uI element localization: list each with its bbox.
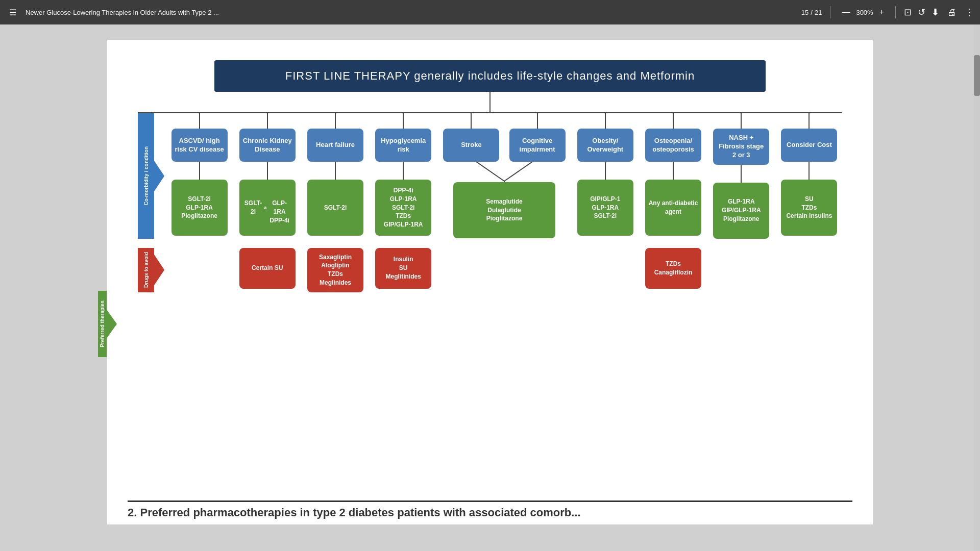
- osteopenia-therapy-box: Any anti-diabetic agent: [645, 180, 701, 236]
- hf-v-top: [335, 113, 336, 129]
- avoid-nash-empty: [708, 248, 774, 292]
- col-obesity: Obesity/ Overweight GIP/GLP-1GLP-1RASGLT…: [572, 113, 638, 239]
- avoid-section: Drugs to avoid Certain SU SaxagliptinAlo…: [138, 248, 842, 292]
- heart-failure-condition-box: Heart failure: [307, 129, 363, 162]
- stroke-condition-box: Stroke: [443, 129, 499, 162]
- col-osteopenia: Osteopenia/ osteoporosis Any anti-diabet…: [640, 113, 706, 239]
- obesity-v-mid: [605, 162, 606, 180]
- avoid-hypo-box: InsulinSUMeglitinides: [375, 248, 431, 289]
- osteo-v-mid: [673, 162, 674, 180]
- heart-failure-therapy-box: SGLT-2i: [307, 180, 363, 236]
- svg-line-0: [476, 162, 504, 181]
- avoid-ckd-col: Certain SU: [234, 248, 300, 292]
- cognitive-sub-col: Cognitive impairment: [504, 113, 570, 162]
- cognitive-condition-box: Cognitive impairment: [509, 129, 566, 162]
- stroke-cognitive-top: Stroke Cognitive impairment: [438, 113, 570, 162]
- preferred-label-block: Preferred therapies: [98, 291, 117, 357]
- hf-v-mid: [335, 162, 336, 180]
- nash-v-mid: [741, 165, 742, 183]
- fit-page-button[interactable]: ⊡: [904, 7, 912, 18]
- comorbidity-arrow: [154, 161, 164, 191]
- ckd-v-mid: [267, 162, 268, 180]
- avoid-grid: Certain SU SaxagliptinAlogliptinTZDsMegl…: [166, 248, 842, 292]
- scrollbar-thumb[interactable]: [974, 55, 980, 96]
- preferred-label-bg: Preferred therapies: [98, 291, 107, 357]
- obesity-v-top: [605, 113, 606, 129]
- zoom-in-button[interactable]: +: [876, 7, 887, 18]
- comorbidity-label-block: Co-morbidity / condition: [138, 113, 164, 239]
- ascvd-v-mid: [199, 162, 200, 180]
- comorbidity-label-text: Co-morbidity / condition: [143, 146, 149, 206]
- avoid-cost-empty: [776, 248, 842, 292]
- hypoglycemia-condition-box: Hypoglycemia risk: [375, 129, 431, 162]
- nash-condition-box: NASH + Fibrosis stage 2 or 3: [713, 129, 769, 165]
- stroke-cognitive-merge-svg: [448, 162, 560, 182]
- page-navigation: 15 / 21: [801, 9, 822, 16]
- ascvd-v-top: [199, 113, 200, 129]
- hypo-v-top: [403, 113, 404, 129]
- zoom-out-button[interactable]: —: [839, 7, 853, 18]
- svg-line-1: [504, 162, 532, 181]
- page-separator: /: [811, 9, 813, 16]
- rotate-button[interactable]: ↺: [918, 7, 925, 18]
- col-heart-failure: Heart failure SGLT-2i: [302, 113, 368, 239]
- col-ascvd: ASCVD/ high risk CV disease SGLT-2iGLP-1…: [166, 113, 232, 239]
- avoid-hf-box: SaxagliptinAlogliptinTZDsMeglinides: [307, 248, 363, 292]
- zoom-controls: — 300% +: [839, 7, 887, 18]
- page-current: 15: [801, 9, 808, 16]
- bottom-text: 2. Preferred pharmacotherapies in type 2…: [128, 506, 581, 519]
- main-diagram: FIRST LINE THERAPY generally includes li…: [128, 60, 852, 292]
- preferred-label-text: Preferred therapies: [100, 300, 105, 347]
- menu-button[interactable]: ☰: [6, 7, 19, 18]
- nash-v-top: [741, 113, 742, 129]
- avoid-ascvd-empty: [166, 248, 232, 292]
- print-button[interactable]: 🖨: [947, 7, 957, 18]
- zoom-level: 300%: [856, 9, 873, 16]
- ascvd-condition-box: ASCVD/ high risk CV disease: [172, 129, 228, 162]
- avoid-hf-col: SaxagliptinAlogliptinTZDsMeglinides: [302, 248, 368, 292]
- col-hypoglycemia: Hypoglycemia risk DPP-4iGLP-1RASGLT-2iTZ…: [371, 113, 436, 239]
- obesity-therapy-box: GIP/GLP-1GLP-1RASGLT-2i: [577, 180, 633, 236]
- avoid-label-block: Drugs to avoid: [138, 248, 164, 292]
- avoid-arrow: [154, 255, 164, 285]
- col-stroke-cognitive: Stroke Cognitive impairment: [438, 113, 570, 239]
- hypo-v-mid: [403, 162, 404, 180]
- col-ckd: Chronic Kidney Disease SGLT-2iaGLP-1RADP…: [234, 113, 300, 239]
- avoid-label-bg: Drugs to avoid: [138, 248, 154, 292]
- avoid-ckd-box: Certain SU: [239, 248, 296, 289]
- divider-1: [830, 6, 830, 18]
- comorbidity-label-bg: Co-morbidity / condition: [138, 113, 154, 239]
- stroke-sub-col: Stroke: [438, 113, 504, 162]
- scrollbar[interactable]: [974, 24, 980, 551]
- cost-v-top: [808, 113, 810, 129]
- ascvd-therapy-box: SGLT-2iGLP-1RAPioglitazone: [172, 180, 228, 236]
- col-nash: NASH + Fibrosis stage 2 or 3 GLP-1RAGIP/…: [708, 113, 774, 239]
- cost-v-mid: [808, 162, 810, 180]
- nash-therapy-box: GLP-1RAGIP/GLP-1RAPioglitazone: [713, 183, 769, 239]
- hypoglycemia-therapy-box: DPP-4iGLP-1RASGLT-2iTZDsGIP/GLP-1RA: [375, 180, 431, 236]
- avoid-label-text: Drugs to avoid: [143, 252, 149, 288]
- osteo-v-top: [673, 113, 674, 129]
- conditions-grid: ASCVD/ high risk CV disease SGLT-2iGLP-1…: [166, 113, 842, 239]
- top-vertical-connector: [489, 92, 491, 112]
- preferred-arrow: [107, 310, 117, 338]
- avoid-obesity-empty: [572, 248, 638, 292]
- avoid-hypo-col: InsulinSUMeglitinides: [371, 248, 436, 292]
- ckd-v-top: [267, 113, 268, 129]
- avoid-osteo-box: TZDsCanagliflozin: [645, 248, 701, 289]
- ckd-condition-box: Chronic Kidney Disease: [239, 129, 296, 162]
- download-button[interactable]: ⬇: [932, 7, 939, 18]
- avoid-osteo-col: TZDsCanagliflozin: [640, 248, 706, 292]
- more-options-button[interactable]: ⋮: [965, 7, 974, 18]
- obesity-condition-box: Obesity/ Overweight: [577, 129, 633, 162]
- stroke-cognitive-therapy-box: SemaglutideDulaglutidePioglitazone: [453, 182, 555, 238]
- toolbar-right: ⬇ 🖨 ⋮: [932, 7, 974, 18]
- bottom-section: 2. Preferred pharmacotherapies in type 2…: [128, 500, 852, 519]
- stroke-v-top: [471, 113, 472, 129]
- col-cost: Consider Cost SUTZDsCertain Insulins: [776, 113, 842, 239]
- cognitive-v-top: [537, 113, 538, 129]
- osteopenia-condition-box: Osteopenia/ osteoporosis: [645, 129, 701, 162]
- toolbar: ☰ Newer Glucose-Lowering Therapies in Ol…: [0, 0, 980, 24]
- first-line-therapy-box: FIRST LINE THERAPY generally includes li…: [214, 60, 766, 92]
- page-total: 21: [815, 9, 822, 16]
